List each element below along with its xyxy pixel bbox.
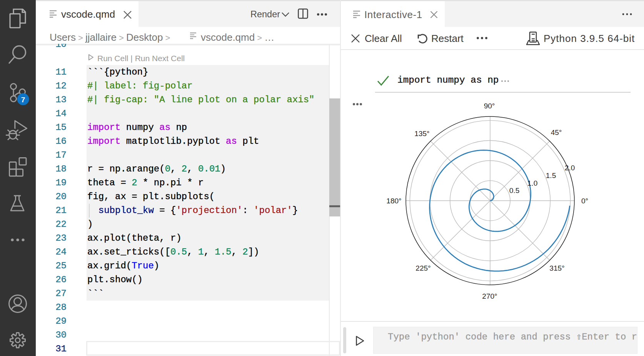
svg-text:0.5: 0.5 [509,186,519,195]
svg-text:180°: 180° [386,197,401,205]
svg-text:7: 7 [21,96,25,104]
svg-text:270°: 270° [482,292,497,300]
svg-text:315°: 315° [549,264,564,272]
svg-text:135°: 135° [414,130,429,138]
svg-text:1.0: 1.0 [527,179,537,187]
svg-text:90°: 90° [484,102,495,110]
svg-text:1.5: 1.5 [546,171,556,180]
svg-text:0°: 0° [581,197,588,205]
svg-text:2.0: 2.0 [565,164,575,172]
svg-text:45°: 45° [551,128,562,136]
svg-text:225°: 225° [415,264,430,272]
